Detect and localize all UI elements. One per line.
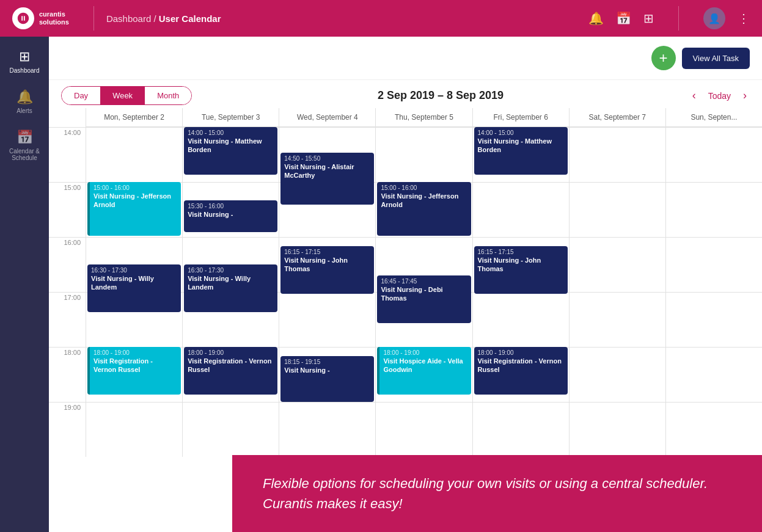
add-button[interactable]: + bbox=[651, 46, 676, 70]
event-time: 15:30 - 16:00 bbox=[188, 203, 274, 210]
breadcrumb-prefix: Dashboard / bbox=[106, 13, 159, 24]
day-col-thu: 15:00 - 16:00 Visit Nursing - Jefferson … bbox=[375, 127, 472, 457]
alerts-icon: 🔔 bbox=[16, 89, 33, 105]
calendar-header: + View All Task bbox=[49, 37, 762, 80]
sidebar-item-label: Dashboard bbox=[10, 67, 40, 74]
prev-button[interactable]: ‹ bbox=[689, 86, 699, 105]
day-header-tue: Tue, September 3 bbox=[182, 108, 279, 126]
slot bbox=[570, 347, 665, 402]
event-title: Visit Nursing - John Thomas bbox=[478, 256, 564, 274]
tab-week[interactable]: Week bbox=[100, 87, 145, 104]
event-title: Visit Nursing - Willy Landem bbox=[188, 274, 274, 292]
day-headers: Mon, September 2 Tue, September 3 Wed, S… bbox=[86, 108, 762, 127]
slot bbox=[666, 402, 762, 457]
time-1400: 14:00 bbox=[49, 127, 86, 182]
more-icon[interactable]: ⋮ bbox=[738, 11, 750, 26]
event-tue-3[interactable]: 16:30 - 17:30 Visit Nursing - Willy Land… bbox=[184, 264, 277, 312]
breadcrumb: Dashboard / User Calendar bbox=[106, 13, 221, 24]
event-thu-2[interactable]: 16:45 - 17:45 Visit Nursing - Debi Thoma… bbox=[377, 275, 471, 323]
slot bbox=[473, 182, 569, 237]
slot bbox=[279, 292, 375, 347]
event-time: 16:30 - 17:30 bbox=[91, 267, 177, 274]
event-mon-3[interactable]: 18:00 - 19:00 Visit Registration - Verno… bbox=[87, 347, 181, 395]
slot bbox=[570, 292, 665, 347]
event-title: Visit Nursing - Jefferson Arnold bbox=[93, 192, 177, 210]
day-col-wed: 14:50 - 15:50 Visit Nursing - Alistair M… bbox=[279, 127, 375, 457]
calendar-icon[interactable]: 📅 bbox=[616, 11, 631, 26]
day-col-mon: 15:00 - 16:00 Visit Nursing - Jefferson … bbox=[86, 127, 182, 457]
day-col-sun bbox=[665, 127, 762, 457]
slot bbox=[666, 292, 762, 347]
time-1600: 16:00 bbox=[49, 237, 86, 292]
sidebar-item-label: Alerts bbox=[16, 107, 32, 114]
calendar-toolbar: Day Week Month 2 Sep 2019 – 8 Sep 2019 ‹… bbox=[49, 80, 762, 108]
time-labels: 14:00 15:00 16:00 17:00 18:00 19:00 bbox=[49, 127, 86, 457]
event-wed-2[interactable]: 16:15 - 17:15 Visit Nursing - John Thoma… bbox=[280, 246, 374, 294]
bell-icon[interactable]: 🔔 bbox=[588, 11, 604, 26]
event-time: 14:50 - 15:50 bbox=[284, 155, 370, 162]
day-col-sat bbox=[569, 127, 665, 457]
grid-icon[interactable]: ⊞ bbox=[643, 11, 654, 26]
event-thu-3[interactable]: 18:00 - 19:00 Visit Hospice Aide - Vella… bbox=[377, 347, 471, 395]
slot bbox=[570, 182, 665, 237]
event-tue-1[interactable]: 14:00 - 15:00 Visit Nursing - Matthew Bo… bbox=[184, 127, 277, 175]
day-col-fri: 14:00 - 15:00 Visit Nursing - Matthew Bo… bbox=[472, 127, 569, 457]
avatar[interactable]: 👤 bbox=[703, 7, 725, 29]
day-col-tue: 14:00 - 15:00 Visit Nursing - Matthew Bo… bbox=[182, 127, 279, 457]
tab-month[interactable]: Month bbox=[145, 87, 191, 104]
event-title: Visit Nursing - Debi Thomas bbox=[381, 285, 467, 303]
sidebar-item-alerts[interactable]: 🔔 Alerts bbox=[3, 83, 46, 120]
event-title: Visit Nursing - Matthew Borden bbox=[478, 137, 564, 155]
today-button[interactable]: Today bbox=[702, 88, 737, 104]
breadcrumb-current: User Calendar bbox=[159, 13, 221, 24]
event-fri-3[interactable]: 18:00 - 19:00 Visit Registration - Verno… bbox=[474, 347, 568, 395]
view-all-button[interactable]: View All Task bbox=[682, 48, 750, 69]
event-tue-2[interactable]: 15:30 - 16:00 Visit Nursing - bbox=[184, 200, 277, 232]
time-1800: 18:00 bbox=[49, 347, 86, 402]
slot bbox=[666, 237, 762, 292]
layout: ⊞ Dashboard 🔔 Alerts 📅 Calendar & Schedu… bbox=[0, 37, 762, 532]
calendar-schedule-icon: 📅 bbox=[16, 129, 33, 145]
logo-text: curantis solutions bbox=[39, 10, 69, 26]
event-mon-2[interactable]: 16:30 - 17:30 Visit Nursing - Willy Land… bbox=[87, 264, 181, 312]
slot bbox=[183, 402, 279, 457]
event-title: Visit Nursing - Matthew Borden bbox=[188, 137, 274, 155]
event-fri-2[interactable]: 16:15 - 17:15 Visit Nursing - John Thoma… bbox=[474, 246, 568, 294]
slot bbox=[86, 127, 182, 182]
navbar: curantis solutions Dashboard / User Cale… bbox=[0, 0, 762, 37]
overlay-text: Flexible options for scheduling your own… bbox=[263, 476, 708, 511]
event-tue-4[interactable]: 18:00 - 19:00 Visit Registration - Verno… bbox=[184, 347, 277, 395]
event-time: 15:00 - 16:00 bbox=[93, 184, 177, 191]
event-title: Visit Registration - Vernon Russel bbox=[93, 357, 177, 374]
event-mon-1[interactable]: 15:00 - 16:00 Visit Nursing - Jefferson … bbox=[87, 182, 181, 236]
event-fri-1[interactable]: 14:00 - 15:00 Visit Nursing - Matthew Bo… bbox=[474, 127, 568, 175]
event-title: Visit Nursing - Alistair McCarthy bbox=[284, 162, 370, 180]
day-header-sat: Sat, September 7 bbox=[569, 108, 665, 126]
event-time: 18:15 - 19:15 bbox=[284, 359, 370, 365]
event-title: Visit Hospice Aide - Vella Goodwin bbox=[383, 357, 467, 374]
next-button[interactable]: › bbox=[740, 86, 750, 105]
slot bbox=[376, 127, 472, 182]
event-title: Visit Nursing - Jefferson Arnold bbox=[381, 192, 467, 210]
slot bbox=[473, 402, 569, 457]
day-header-thu: Thu, September 5 bbox=[375, 108, 472, 126]
event-time: 18:00 - 19:00 bbox=[383, 349, 467, 356]
event-time: 16:15 - 17:15 bbox=[478, 249, 564, 255]
overlay-banner: Flexible options for scheduling your own… bbox=[232, 455, 762, 532]
day-header-wed: Wed, September 4 bbox=[279, 108, 375, 126]
nav-divider2 bbox=[678, 6, 679, 31]
event-time: 16:45 - 17:45 bbox=[381, 278, 467, 285]
slot bbox=[570, 402, 665, 457]
slot bbox=[473, 292, 569, 347]
calendar-date-range: 2 Sep 2019 – 8 Sep 2019 bbox=[192, 89, 689, 102]
tab-day[interactable]: Day bbox=[62, 87, 100, 104]
main-content: + View All Task Day Week Month 2 Sep 201… bbox=[49, 37, 762, 532]
event-wed-3[interactable]: 18:15 - 19:15 Visit Nursing - bbox=[280, 356, 374, 402]
dashboard-icon: ⊞ bbox=[19, 49, 30, 65]
event-title: Visit Registration - Vernon Russel bbox=[188, 357, 274, 374]
sidebar-item-calendar[interactable]: 📅 Calendar & Schedule bbox=[3, 123, 46, 167]
event-thu-1[interactable]: 15:00 - 16:00 Visit Nursing - Jefferson … bbox=[377, 182, 471, 236]
sidebar-item-label: Calendar & Schedule bbox=[9, 148, 40, 161]
sidebar-item-dashboard[interactable]: ⊞ Dashboard bbox=[3, 43, 46, 80]
event-wed-1[interactable]: 14:50 - 15:50 Visit Nursing - Alistair M… bbox=[280, 153, 374, 205]
